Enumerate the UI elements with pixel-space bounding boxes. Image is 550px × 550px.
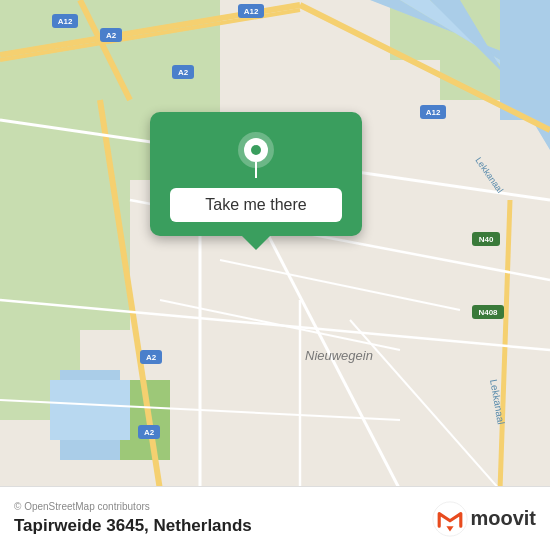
map-svg: A12 A12 A12 A2 A2 A2 A2 N40 N408 bbox=[0, 0, 550, 490]
take-me-there-button[interactable]: Take me there bbox=[170, 188, 342, 222]
address-label: Tapirweide 3645, Netherlands bbox=[14, 516, 252, 536]
info-left: © OpenStreetMap contributors Tapirweide … bbox=[14, 501, 252, 536]
svg-rect-10 bbox=[500, 0, 550, 120]
moovit-brand-text: moovit bbox=[470, 507, 536, 530]
svg-text:A2: A2 bbox=[106, 31, 117, 40]
svg-point-52 bbox=[251, 145, 261, 155]
map-container: A12 A12 A12 A2 A2 A2 A2 N40 N408 bbox=[0, 0, 550, 550]
svg-text:A12: A12 bbox=[426, 108, 441, 117]
svg-rect-12 bbox=[50, 380, 130, 440]
moovit-logo: moovit bbox=[432, 501, 536, 537]
svg-text:A12: A12 bbox=[58, 17, 73, 26]
svg-text:Nieuwegein: Nieuwegein bbox=[305, 348, 373, 363]
osm-attribution: © OpenStreetMap contributors bbox=[14, 501, 252, 512]
svg-text:A2: A2 bbox=[144, 428, 155, 437]
moovit-m-icon bbox=[432, 501, 468, 537]
map-background: A12 A12 A12 A2 A2 A2 A2 N40 N408 bbox=[0, 0, 550, 550]
svg-text:N40: N40 bbox=[479, 235, 494, 244]
svg-text:A12: A12 bbox=[244, 7, 259, 16]
svg-text:A2: A2 bbox=[178, 68, 189, 77]
location-pin-icon bbox=[232, 130, 280, 178]
info-bar: © OpenStreetMap contributors Tapirweide … bbox=[0, 486, 550, 550]
popup-card: Take me there bbox=[150, 112, 362, 236]
svg-rect-2 bbox=[0, 180, 130, 330]
svg-text:N408: N408 bbox=[478, 308, 498, 317]
svg-text:A2: A2 bbox=[146, 353, 157, 362]
